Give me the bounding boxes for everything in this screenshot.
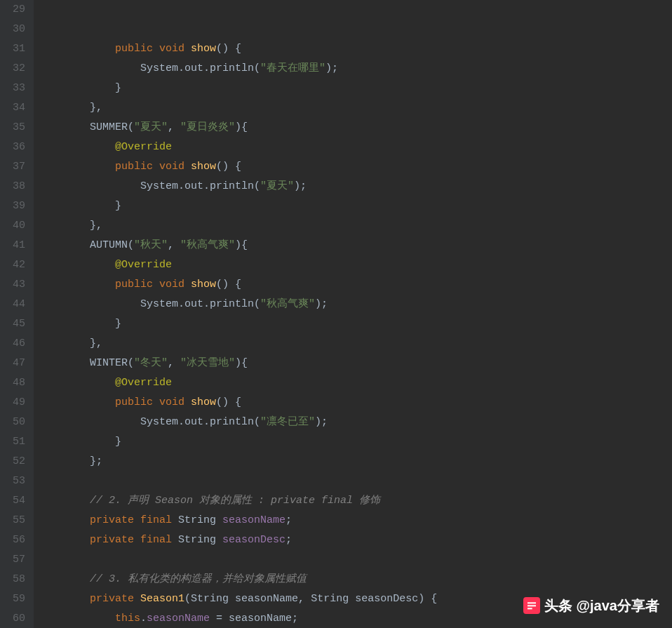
code-line[interactable]: } xyxy=(39,432,672,452)
token-ident: System.out.println( xyxy=(140,416,260,428)
code-editor: 2930313233343536373839404142434445464748… xyxy=(0,0,672,628)
token-punc: ; xyxy=(292,613,298,624)
token-punc: , xyxy=(298,593,311,605)
line-number: 57 xyxy=(6,550,25,570)
code-line[interactable]: @Override xyxy=(39,373,672,393)
line-number: 60 xyxy=(6,609,25,628)
token-ann: @Override xyxy=(115,377,172,389)
code-line[interactable]: WINTER("冬天", "冰天雪地"){ xyxy=(39,354,672,373)
code-line[interactable]: System.out.println("凛冬已至"); xyxy=(39,413,672,432)
code-area[interactable]: public void show() { System.out.println(… xyxy=(34,0,672,628)
watermark-handle: @java分享者 xyxy=(577,596,659,615)
token-ident: System.out.println( xyxy=(140,180,260,192)
token-punc: , xyxy=(168,239,180,251)
token-type: String xyxy=(191,593,235,605)
line-number: 47 xyxy=(6,354,25,373)
token-ann: @Override xyxy=(115,141,172,153)
token-punc: ; xyxy=(285,534,292,546)
token-punc xyxy=(134,534,140,546)
code-line[interactable]: AUTUMN("秋天", "秋高气爽"){ xyxy=(39,236,672,255)
line-number: 37 xyxy=(6,157,25,177)
line-number: 29 xyxy=(6,0,25,20)
code-line[interactable]: }, xyxy=(39,216,672,236)
token-punc: ); xyxy=(315,416,328,428)
code-line[interactable]: }, xyxy=(39,334,672,354)
token-str: "秋高气爽" xyxy=(260,298,315,310)
token-ident: System.out.println( xyxy=(140,62,260,74)
code-line[interactable]: private final String seasonName; xyxy=(39,511,672,530)
token-punc: , xyxy=(168,121,180,133)
token-punc xyxy=(184,43,191,55)
token-punc xyxy=(153,161,159,173)
token-punc xyxy=(153,279,159,290)
code-line[interactable]: } xyxy=(39,79,672,98)
token-fn: show xyxy=(191,396,216,408)
line-number: 32 xyxy=(6,59,25,79)
line-number: 35 xyxy=(6,118,25,138)
token-str: "春天在哪里" xyxy=(260,62,325,74)
token-punc: ){ xyxy=(235,121,248,133)
code-line[interactable]: // 3. 私有化类的构造器，并给对象属性赋值 xyxy=(39,570,672,589)
token-punc: () { xyxy=(216,161,241,173)
token-fn: show xyxy=(191,43,216,55)
token-field: seasonName xyxy=(147,613,210,624)
code-line[interactable] xyxy=(39,472,672,491)
token-punc: ); xyxy=(315,298,328,310)
token-comment: // 3. 私有化类的构造器，并给对象属性赋值 xyxy=(90,573,307,585)
code-line[interactable]: @Override xyxy=(39,138,672,157)
watermark-prefix: 头条 xyxy=(544,596,572,615)
code-line[interactable]: // 2. 声明 Season 对象的属性 : private final 修饰 xyxy=(39,491,672,511)
token-field: seasonDesc xyxy=(222,534,285,546)
token-punc xyxy=(153,43,159,55)
token-ident: System.out.println( xyxy=(140,298,260,310)
token-type: String xyxy=(178,534,222,546)
code-line[interactable]: private final String seasonDesc; xyxy=(39,530,672,550)
code-line[interactable]: System.out.println("夏天"); xyxy=(39,177,672,196)
token-punc xyxy=(184,161,191,173)
token-param: seasonName xyxy=(229,613,292,624)
svg-rect-0 xyxy=(527,602,536,603)
code-line[interactable]: SUMMER("夏天", "夏日炎炎"){ xyxy=(39,118,672,138)
svg-rect-2 xyxy=(527,608,532,609)
token-ann: @Override xyxy=(115,259,172,271)
code-line[interactable]: public void show() { xyxy=(39,157,672,177)
code-line[interactable]: System.out.println("秋高气爽"); xyxy=(39,295,672,314)
token-fn: Season1 xyxy=(140,593,184,605)
token-kw: public xyxy=(115,279,153,290)
code-line[interactable]: public void show() { xyxy=(39,39,672,59)
line-number: 39 xyxy=(6,196,25,216)
token-punc xyxy=(184,396,191,408)
token-str: "冬天" xyxy=(134,357,168,369)
token-kw: public xyxy=(115,161,153,173)
token-punc xyxy=(172,514,178,526)
code-line[interactable]: System.out.println("春天在哪里"); xyxy=(39,59,672,79)
code-line[interactable]: public void show() { xyxy=(39,393,672,413)
code-line[interactable] xyxy=(39,550,672,570)
token-punc: . xyxy=(140,613,147,624)
code-line[interactable]: }, xyxy=(39,98,672,118)
token-punc: }, xyxy=(90,220,102,232)
code-line[interactable]: } xyxy=(39,314,672,334)
token-punc: () { xyxy=(216,43,241,55)
token-str: "秋高气爽" xyxy=(180,239,235,251)
token-punc: }, xyxy=(90,338,102,349)
code-line[interactable]: @Override xyxy=(39,255,672,275)
token-kw: public xyxy=(115,43,153,55)
token-punc: ); xyxy=(294,180,307,192)
token-kw: public xyxy=(115,396,153,408)
line-number-gutter: 2930313233343536373839404142434445464748… xyxy=(0,0,34,628)
token-punc: }; xyxy=(90,455,102,467)
line-number: 46 xyxy=(6,334,25,354)
code-line[interactable]: public void show() { xyxy=(39,275,672,295)
code-line[interactable]: }; xyxy=(39,452,672,472)
line-number: 59 xyxy=(6,589,25,609)
code-line[interactable]: } xyxy=(39,196,672,216)
line-number: 45 xyxy=(6,314,25,334)
token-comment: // 2. 声明 Season 对象的属性 : private final 修饰 xyxy=(90,495,380,507)
token-type: String xyxy=(311,593,355,605)
token-fn: show xyxy=(191,279,216,290)
toutiao-icon xyxy=(523,597,540,614)
token-fn: show xyxy=(191,161,216,173)
token-ident: AUTUMN( xyxy=(90,239,134,251)
line-number: 40 xyxy=(6,216,25,236)
